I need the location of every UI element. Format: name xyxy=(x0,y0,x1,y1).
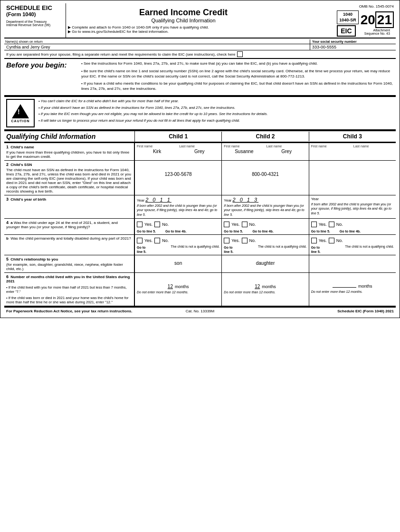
row4a-child3-yes-checkbox[interactable] xyxy=(311,222,317,227)
row4b-child2-goto-no-desc: The child is not a qualifying child. xyxy=(258,245,307,253)
dept-info: Department of the Treasury Internal Reve… xyxy=(6,20,64,27)
row1-child1-last[interactable]: Grey xyxy=(179,149,219,154)
row2-child3-ssn[interactable] xyxy=(311,162,394,181)
row4a-child1-goto-no: Go to line 4b. xyxy=(165,230,186,233)
row5-desc: (for example, son, daughter, grandchild,… xyxy=(6,262,132,271)
year-display: 2021 xyxy=(361,12,394,28)
dept-line1: Department of the Treasury xyxy=(6,20,64,23)
row2-child3 xyxy=(309,161,396,195)
row5-child3 xyxy=(309,255,396,272)
dept-line2: Internal Revenue Service (99) xyxy=(6,23,64,27)
footer-center: Cat. No. 13339M xyxy=(135,309,265,313)
row6-bullet2: • If the child was born or died in 2021 … xyxy=(6,296,132,304)
before-begin-title: Before you begin: xyxy=(6,61,77,93)
row1-child3-first-col: First name xyxy=(311,145,352,149)
row3-child3: Year If born after 2002 and the child is… xyxy=(309,195,396,218)
row4b-child1: Yes. No. Go to line 5. The child is not … xyxy=(135,235,222,255)
row1-child2-last[interactable]: Grey xyxy=(267,149,307,154)
row4a-child3-no-checkbox[interactable] xyxy=(329,222,334,227)
row2-child2: 800-00-4321 xyxy=(222,161,309,195)
row4b-child2-yes-checkbox[interactable] xyxy=(224,238,229,243)
row4b-child1-no-checkbox[interactable] xyxy=(154,238,160,243)
row1-child1-first[interactable]: Kirk xyxy=(137,149,177,154)
footer-right: Schedule EIC (Form 1040) 2021 xyxy=(265,309,394,313)
row3-num: 3 xyxy=(6,197,9,202)
form-1040sr: 1040-SR xyxy=(339,18,356,23)
row6-child2-months[interactable]: 12 xyxy=(255,284,260,289)
header: SCHEDULE EIC (Form 1040) Department of t… xyxy=(4,3,396,39)
ssn-label: Your social security number xyxy=(312,40,394,43)
row2-child1-ssn[interactable]: 123-00-5678 xyxy=(137,162,219,186)
row4b-child1-yes-checkbox[interactable] xyxy=(137,238,143,243)
row1-child2-first-label: First name xyxy=(224,145,264,148)
row1-label: 1 Child's name If you have more than thr… xyxy=(4,143,135,160)
row3-child2-year[interactable]: 2 0 1 3 xyxy=(233,197,259,203)
row6-num: 6 xyxy=(6,274,9,279)
row1-child2-names: First name Susanne Last name Grey xyxy=(224,145,306,154)
row1-desc: If you have more than three qualifying c… xyxy=(6,150,132,159)
row4a-child1-no-checkbox[interactable] xyxy=(154,222,160,227)
row6-months-label1: months xyxy=(175,284,189,289)
row5-child3-rel[interactable] xyxy=(311,257,394,264)
row6-child3: months Do not enter more than 12 months. xyxy=(309,273,396,306)
main-title: Earned Income Credit xyxy=(68,8,299,18)
row1-child3-first-label: First name xyxy=(311,145,352,148)
row4a-child2-no-checkbox[interactable] xyxy=(242,222,248,227)
caution-icon-box: CAUTION xyxy=(6,99,35,127)
row6-child3-months-line: months xyxy=(311,284,394,289)
row3-child1-year[interactable]: 2 0 1 1 xyxy=(145,197,171,203)
row3-label: 3 Child's year of birth xyxy=(4,195,135,218)
row2-child2-ssn[interactable]: 800-00-4321 xyxy=(224,162,306,186)
caution-bullet2: • If your child doesn't have an SSN as d… xyxy=(38,106,394,111)
row4a-child2-yes-checkbox[interactable] xyxy=(224,222,229,227)
row4b-child3-goto-yes: Go to xyxy=(311,246,321,249)
row5-child1-rel[interactable]: son xyxy=(137,257,219,270)
name-label-row: Name(s) shown on return Your social secu… xyxy=(4,39,396,44)
row6-child1-months[interactable]: 12 xyxy=(168,284,173,289)
separation-checkbox[interactable] xyxy=(237,51,243,57)
row4a-child1-goto-yes: Go to line 5. xyxy=(137,230,156,233)
row1-num: 1 xyxy=(6,145,9,149)
row3-child1: Year 2 0 1 1 If born after 2002 and the … xyxy=(135,195,222,218)
row5-data-cols: son daughter xyxy=(135,255,396,272)
row4a-num: 4 xyxy=(6,220,9,225)
row6-label: 6 Number of months child lived with you … xyxy=(4,273,135,306)
footer: For Paperwork Reduction Act Notice, see … xyxy=(4,307,396,315)
row6-child2-note: Do not enter more than 12 months. xyxy=(224,290,306,294)
row1-child1-last-col: Last name Grey xyxy=(179,145,219,154)
form-box-year-row: 1040 1040-SR EIC 2021 Attachment Sequenc… xyxy=(337,10,394,37)
row4b-child3-yes-label: Yes. xyxy=(319,238,327,243)
row4a-child3-no-label: No. xyxy=(336,222,343,227)
row5-child2-rel[interactable]: daughter xyxy=(224,257,306,270)
row4a-child3-yes-label: Yes. xyxy=(319,222,327,227)
before-begin-section: Before you begin: • See the instructions… xyxy=(4,59,396,96)
row4b-child3-yes-checkbox[interactable] xyxy=(311,238,317,243)
qci-header: Qualifying Child Information Child 1 Chi… xyxy=(4,130,396,143)
form-number: (Form 1040) xyxy=(6,11,64,17)
form-1040: 1040 xyxy=(339,12,356,18)
row4b-child1-yesno: Yes. No. xyxy=(137,238,219,243)
row3-child2: Year 2 0 1 3 If born after 2002 and the … xyxy=(222,195,309,218)
caution-bullet3: • If you take the EIC even though you ar… xyxy=(38,112,394,117)
row1-child3-names: First name Last name xyxy=(311,145,394,149)
row6-child3-months[interactable] xyxy=(333,287,356,288)
row1-child2-first[interactable]: Susanne xyxy=(224,149,264,154)
form-box: 1040 1040-SR xyxy=(337,10,359,24)
row4b-sub: b xyxy=(6,236,9,241)
row4b-child3-goto-no-desc: The child is not a qualifying child. xyxy=(345,245,394,253)
row4b-label: b Was the child permanently and totally … xyxy=(4,235,135,255)
row5-child1: son xyxy=(135,255,222,272)
row4a-child2-yes-label: Yes. xyxy=(231,222,239,227)
row1-child2: First name Susanne Last name Grey xyxy=(222,143,309,160)
row4b-child3-no-checkbox[interactable] xyxy=(329,238,334,243)
row4a-child1-yes-checkbox[interactable] xyxy=(137,222,143,227)
row6-data-cols: 12 months Do not enter more than 12 mont… xyxy=(135,273,396,306)
row4b-child2-goto-yes: Go to xyxy=(224,246,233,249)
page: SCHEDULE EIC (Form 1040) Department of t… xyxy=(0,0,400,318)
caution-bullet4: • It will take us longer to process your… xyxy=(38,118,394,124)
row4b-child2-no-checkbox[interactable] xyxy=(242,238,248,243)
row1-data-cols: First name Kirk Last name Grey First nam… xyxy=(135,143,396,160)
row4b-child2-yesno: Yes. No. xyxy=(224,238,306,243)
row4a-child2-goto-no: Go to line 4b. xyxy=(252,230,273,233)
row6-child1: 12 months Do not enter more than 12 mont… xyxy=(135,273,222,306)
